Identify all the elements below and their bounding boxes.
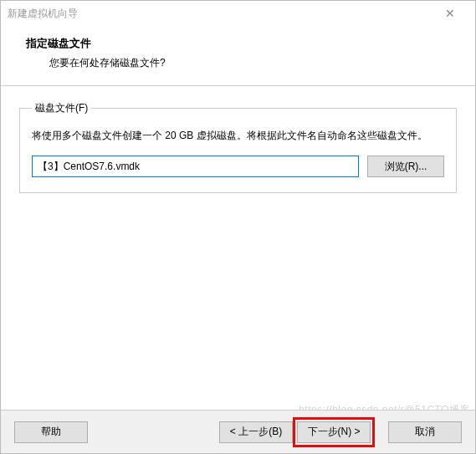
disk-file-group: 磁盘文件(F) 将使用多个磁盘文件创建一个 20 GB 虚拟磁盘。将根据此文件名…	[19, 101, 457, 193]
file-row: 浏览(R)...	[32, 156, 444, 177]
group-legend: 磁盘文件(F)	[32, 101, 91, 115]
close-button[interactable]: ✕	[433, 2, 467, 25]
content-area: 磁盘文件(F) 将使用多个磁盘文件创建一个 20 GB 虚拟磁盘。将根据此文件名…	[1, 86, 475, 193]
browse-button[interactable]: 浏览(R)...	[367, 156, 444, 177]
next-button[interactable]: 下一步(N) >	[297, 421, 371, 443]
titlebar: 新建虚拟机向导 ✕	[1, 1, 475, 26]
next-button-highlight: 下一步(N) >	[293, 417, 375, 447]
group-description: 将使用多个磁盘文件创建一个 20 GB 虚拟磁盘。将根据此文件名自动命名这些磁盘…	[32, 127, 444, 144]
cancel-button[interactable]: 取消	[388, 421, 462, 443]
footer-right: < 上一步(B) 下一步(N) > 取消	[219, 417, 462, 447]
window-title: 新建虚拟机向导	[8, 7, 78, 21]
page-title: 指定磁盘文件	[26, 36, 455, 51]
wizard-header: 指定磁盘文件 您要在何处存储磁盘文件?	[1, 26, 475, 86]
page-subtitle: 您要在何处存储磁盘文件?	[26, 56, 455, 70]
disk-file-input[interactable]	[32, 156, 359, 177]
footer: 帮助 < 上一步(B) 下一步(N) > 取消	[1, 410, 475, 453]
close-icon: ✕	[445, 7, 455, 20]
help-button[interactable]: 帮助	[14, 421, 88, 443]
back-button[interactable]: < 上一步(B)	[219, 421, 293, 443]
